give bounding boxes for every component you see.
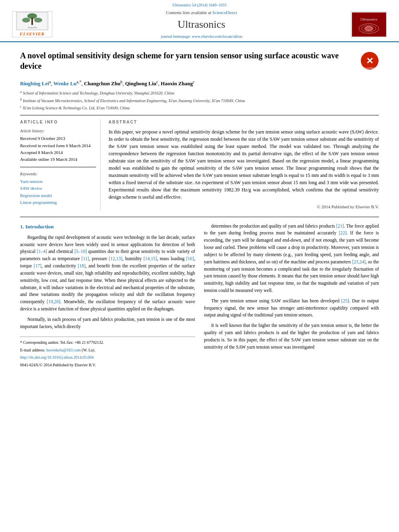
sciencedirect-line: Contents lists available at ScienceDirec… <box>60 10 343 16</box>
received-date: Received 9 October 2013 <box>20 136 96 142</box>
page: Ultrasonics 54 (2014) 1649–1655 ELSEVIER… <box>0 0 399 532</box>
intro-para-2: Normally, in each process of yarn and fa… <box>20 316 195 331</box>
ref-25[interactable]: [25] <box>341 298 349 303</box>
affiliation-a: a School of Information Science and Tech… <box>20 90 379 96</box>
journal-name: Ultrasonics <box>60 17 343 32</box>
abstract-column: ABSTRACT In this paper, we propose a nov… <box>109 119 379 210</box>
elsevier-brand: ELSEVIER <box>20 31 45 37</box>
svg-text:Ultrasonics: Ultrasonics <box>360 17 377 21</box>
svg-rect-4 <box>31 18 33 25</box>
ref-17[interactable]: [17] <box>34 263 41 268</box>
affiliation-b: b Institute of Vacuum Microelectronics, … <box>20 97 379 104</box>
article-main-body: 1. Introduction Regarding the rapid deve… <box>20 223 379 370</box>
svg-point-2 <box>22 18 30 23</box>
body-col-left: 1. Introduction Regarding the rapid deve… <box>20 223 195 370</box>
author-changchun-zhu: Changchun Zhu <box>84 80 121 86</box>
info-divider <box>20 167 96 167</box>
svg-point-3 <box>34 18 42 23</box>
article-info-heading: ARTICLE INFO <box>20 119 96 125</box>
ref-18[interactable]: [18] <box>78 263 85 268</box>
article-info-column: ARTICLE INFO Article history: Received 9… <box>20 119 101 210</box>
footnote-issn: 0041-624X/© 2014 Published by Elsevier B… <box>20 362 195 368</box>
keyword-2: SAW device <box>20 185 96 191</box>
ref-23-24[interactable]: [23,24] <box>352 259 366 264</box>
keywords-label: Keywords: <box>20 171 96 177</box>
author-qinghong-liu: Qinghong Liu <box>125 80 156 86</box>
authors-line: Bingbing Leia, Wenke Lua,*, Changchun Zh… <box>20 79 379 88</box>
intro-heading: 1. Introduction <box>20 223 195 231</box>
svg-rect-6 <box>352 12 386 37</box>
sciencedirect-link[interactable]: ScienceDirect <box>212 10 237 15</box>
keyword-4: Linear programming <box>20 199 96 205</box>
footnote-email: E-mail address: luwenkelu@163.com (W. Lu… <box>20 347 195 353</box>
keywords-section: Keywords: Yarn tension SAW device Regres… <box>20 171 96 206</box>
ref-21[interactable]: [21] <box>336 224 344 228</box>
ref-1-4[interactable]: [1–4] <box>37 249 47 254</box>
email-link[interactable]: luwenkelu@163.com <box>46 348 81 352</box>
article-body: A novel optimal sensitivity design schem… <box>0 42 399 378</box>
ref-16[interactable]: [16] <box>186 256 194 261</box>
copyright-line: © 2014 Published by Elsevier B.V. <box>109 204 379 210</box>
ultrasonics-logo-img: Ultrasonics <box>352 12 386 37</box>
journal-homepage: journal homepage: www.elsevier.com/locat… <box>60 34 343 39</box>
elsevier-logo: ELSEVIER ELSEVIER <box>12 11 52 37</box>
author-haoxin-zhang: Haoxin Zhang <box>161 80 193 86</box>
intro-para-1: Regarding the rapid development of acous… <box>20 234 195 313</box>
available-date: Available online 19 March 2014 <box>20 156 96 162</box>
accepted-date: Accepted 8 March 2014 <box>20 150 96 156</box>
doi-line: Ultrasonics 54 (2014) 1649–1655 <box>8 2 391 8</box>
author-wenke-lu: Wenke Lu <box>53 80 76 86</box>
journal-header: Ultrasonics 54 (2014) 1649–1655 ELSEVIER… <box>0 0 399 41</box>
ref-5-10[interactable]: [5–10] <box>74 249 87 254</box>
right-para-1: determines the production and quality of… <box>204 223 379 294</box>
revised-date: Received in revised form 6 March 2014 <box>20 143 96 149</box>
affiliation-c: c Xi'an Leitong Science & Technology Co.… <box>20 105 379 111</box>
ref-11[interactable]: [11] <box>81 256 89 261</box>
author-bingbing-lei: Bingbing Lei <box>20 80 49 86</box>
ref-14-15[interactable]: [14,15] <box>144 256 157 261</box>
doi-link[interactable]: http://dx.doi.org/10.1016/j.ultras.2014.… <box>20 355 94 359</box>
right-para-2: The yarn tension sensor using SAW oscill… <box>204 298 379 319</box>
svg-text:CrossMark: CrossMark <box>364 67 376 69</box>
ref-22[interactable]: [22] <box>339 230 346 235</box>
crossmark[interactable]: ✕ CrossMark <box>361 52 379 70</box>
svg-text:✕: ✕ <box>366 56 373 66</box>
ref-12-13[interactable]: [12,13] <box>109 256 123 261</box>
info-abstract-section: ARTICLE INFO Article history: Received 9… <box>20 119 379 210</box>
keyword-3: Regression model <box>20 193 96 199</box>
journal-center: Contents lists available at ScienceDirec… <box>52 10 351 39</box>
footnote-section: * Corresponding author. Tel./fax: +86 21… <box>20 337 195 368</box>
affiliations: a School of Information Science and Tech… <box>20 90 379 111</box>
divider-top <box>20 115 379 115</box>
body-col-right: determines the production and quality of… <box>204 223 379 370</box>
history-label: Article history: <box>20 128 96 134</box>
ref-19-20[interactable]: [19,20] <box>47 299 60 304</box>
footnote-doi: http://dx.doi.org/10.1016/j.ultras.2014.… <box>20 354 195 361</box>
abstract-text: In this paper, we propose a novel optima… <box>109 128 379 201</box>
article-title: A novel optimal sensitivity design schem… <box>20 50 353 71</box>
header-content: ELSEVIER ELSEVIER Contents lists availab… <box>8 10 391 39</box>
abstract-heading: ABSTRACT <box>109 119 379 125</box>
svg-text:ELSEVIER: ELSEVIER <box>27 27 37 29</box>
elsevier-emblem: ELSEVIER <box>16 12 48 30</box>
ultrasonics-logo-box: Ultrasonics <box>351 11 387 37</box>
article-title-section: A novel optimal sensitivity design schem… <box>20 50 379 74</box>
svg-point-10 <box>365 27 373 31</box>
keyword-1: Yarn tension <box>20 179 96 185</box>
divider-bottom <box>20 217 379 217</box>
footnote-corresponding: * Corresponding author. Tel./fax: +86 21… <box>20 339 195 346</box>
right-para-3: It is well known that the higher the sen… <box>204 322 379 351</box>
